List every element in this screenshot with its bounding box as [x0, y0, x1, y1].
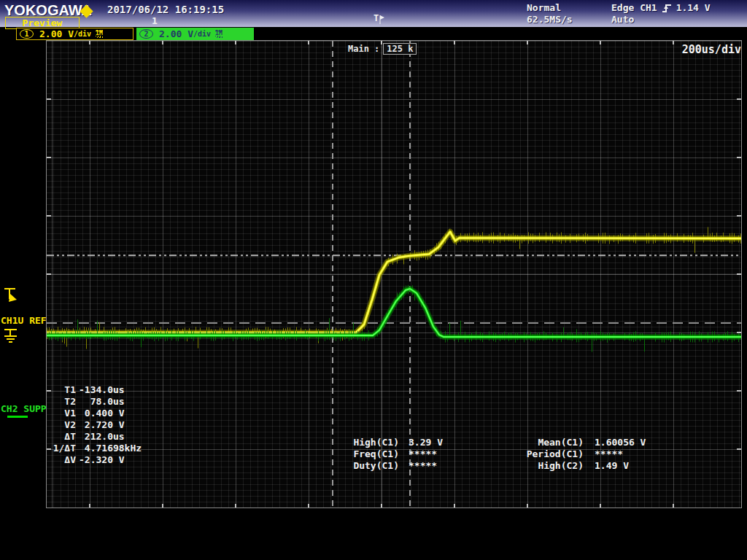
ch1-ground-marker[interactable] — [4, 329, 17, 343]
meas-row: ΔV-2.320 V — [47, 454, 142, 466]
meas-value: 1.49 V — [595, 460, 629, 472]
channel1-unit: V — [68, 28, 74, 39]
meas-label: V1 — [47, 408, 76, 419]
meas-value: -2.320 V — [79, 454, 125, 466]
meas-label: Mean(C1) — [511, 437, 584, 448]
channel2-unit: V — [187, 28, 193, 39]
channel1-number-icon: 1 — [20, 29, 34, 39]
meas-value: 1.60056 V — [595, 437, 646, 448]
acquisition-count: 1 — [152, 15, 158, 26]
meas-row: V2 2.720 V — [47, 419, 142, 431]
main-label-text: Main : — [348, 44, 379, 54]
meas-label: V2 — [47, 419, 76, 431]
meas-value: 4.71698kHz — [79, 443, 142, 454]
meas-row: High(C2)1.49 V — [511, 460, 646, 472]
meas-label: Freq(C1) — [336, 448, 399, 460]
trigger-mode-label: Auto — [611, 14, 634, 25]
main-record-label: Main : 125 k — [348, 43, 417, 55]
meas-value: 2.720 V — [79, 419, 125, 431]
auto-measurements-left: High(C1)3.29 V Freq(C1)***** Duty(C1)***… — [336, 437, 443, 472]
channel2-impedance-icon: 1M — [215, 31, 222, 38]
channel1-impedance-icon: 1M — [96, 31, 103, 38]
meas-value: 3.29 V — [409, 437, 443, 448]
meas-label: Period(C1) — [511, 448, 584, 460]
ch2-supp-label: CH2 SUPP — [1, 403, 47, 414]
channel1-badge[interactable]: 1 2.00 V/div 1M — [16, 28, 133, 40]
meas-label: T1 — [47, 384, 76, 396]
rising-edge-icon — [661, 3, 673, 13]
meas-label: High(C1) — [336, 437, 399, 448]
meas-label: Duty(C1) — [336, 460, 399, 472]
meas-label: T2 — [47, 396, 76, 408]
sample-rate-label: 62.5MS/s — [527, 14, 573, 25]
meas-row: Mean(C1)1.60056 V — [511, 437, 646, 448]
oscilloscope-screen: YOKOGAWA 2017/06/12 16:19:15 1 Preview N… — [0, 0, 747, 560]
meas-row: 1/ΔT 4.71698kHz — [47, 443, 142, 454]
meas-row: Freq(C1)***** — [336, 448, 443, 460]
trigger-level-marker[interactable] — [4, 288, 17, 302]
trigger-level-label: 1.14 V — [676, 2, 711, 13]
meas-value: ***** — [409, 448, 437, 460]
trigger-summary: Edge CH1 1.14 V — [611, 2, 711, 13]
ch2-position-marker[interactable] — [7, 416, 28, 418]
datetime: 2017/06/12 16:19:15 — [107, 4, 224, 15]
meas-value: ***** — [595, 448, 623, 460]
channel1-scale: 2.00 — [39, 28, 62, 39]
meas-row: Duty(C1)***** — [336, 460, 443, 472]
channel2-badge[interactable]: 2 2.00 V/div 1M — [136, 28, 254, 40]
meas-row: High(C1)3.29 V — [336, 437, 443, 448]
acq-mode-label: Normal — [527, 2, 561, 13]
svg-text:T: T — [374, 13, 379, 23]
meas-value: 78.0us — [79, 396, 125, 408]
meas-row: ΔT 212.0us — [47, 431, 142, 443]
ch1-ref-label: CH1U REF — [1, 315, 47, 326]
record-length-box: 125 k — [383, 43, 417, 55]
meas-label: High(C2) — [511, 460, 584, 472]
meas-row: Period(C1)***** — [511, 448, 646, 460]
cursor-measurements: T1-134.0us T2 78.0us V1 0.400 V V2 2.720… — [47, 384, 142, 466]
trigger-type-label: Edge CH1 — [611, 2, 657, 13]
meas-value: 0.400 V — [79, 408, 125, 419]
trigger-position-marker[interactable]: T — [373, 12, 387, 27]
meas-row: T1-134.0us — [47, 384, 142, 396]
channel2-unit-sub: /div — [193, 30, 211, 38]
meas-label: 1/ΔT — [47, 443, 76, 454]
channel1-unit-sub: /div — [74, 30, 91, 38]
meas-value: -134.0us — [79, 384, 125, 396]
channel2-scale: 2.00 — [159, 28, 182, 39]
meas-row: T2 78.0us — [47, 396, 142, 408]
meas-row: V1 0.400 V — [47, 408, 142, 419]
meas-value: 212.0us — [79, 431, 125, 443]
meas-value: ***** — [409, 460, 437, 472]
meas-label: ΔT — [47, 431, 76, 443]
channel2-number-icon: 2 — [139, 29, 153, 39]
auto-measurements-right: Mean(C1)1.60056 V Period(C1)***** High(C… — [511, 437, 646, 472]
timebase-label: 200us/div — [682, 43, 741, 56]
meas-label: ΔV — [47, 454, 76, 466]
